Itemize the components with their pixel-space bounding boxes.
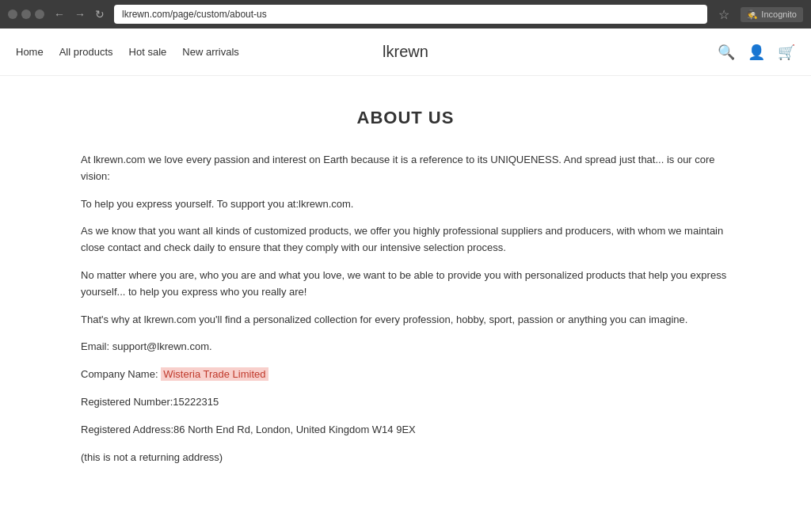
page-title: ABOUT US [81, 108, 730, 128]
dot-3 [35, 10, 44, 19]
search-icon[interactable]: 🔍 [718, 44, 735, 61]
cart-icon[interactable]: 🛒 [778, 44, 795, 61]
paragraph-note: (this is not a returning address) [81, 450, 730, 466]
account-icon[interactable]: 👤 [748, 44, 765, 61]
paragraph-2: To help you express yourself. To support… [81, 196, 730, 213]
paragraph-1: At lkrewn.com we love every passion and … [81, 152, 730, 185]
browser-window-controls [8, 10, 44, 19]
content-section: At lkrewn.com we love every passion and … [81, 152, 730, 466]
paragraph-address: Registered Address:86 North End Rd, Lond… [81, 422, 730, 439]
paragraph-5: That's why at lkrewn.com you'll find a p… [81, 312, 730, 329]
forward-button[interactable]: → [71, 6, 89, 22]
back-button[interactable]: ← [51, 6, 68, 22]
bookmark-icon[interactable]: ☆ [718, 7, 729, 22]
nav-hot-sale[interactable]: Hot sale [129, 46, 167, 58]
nav-icons-right: 🔍 👤 🛒 [718, 44, 795, 61]
paragraph-email: Email: support@lkrewn.com. [81, 339, 730, 355]
incognito-label: Incognito [761, 10, 797, 19]
address-bar[interactable]: lkrewn.com/page/custom/about-us [114, 5, 707, 24]
site-nav: Home All products Hot sale New arrivals … [0, 28, 811, 76]
nav-home[interactable]: Home [16, 46, 44, 58]
paragraph-company: Company Name: Wisteria Trade Limited [81, 367, 730, 383]
main-content: ABOUT US At lkrewn.com we love every pas… [65, 108, 746, 524]
paragraph-3: As we know that you want all kinds of cu… [81, 223, 730, 256]
nav-links-left: Home All products Hot sale New arrivals [16, 46, 239, 58]
nav-new-arrivals[interactable]: New arrivals [182, 46, 239, 58]
company-name-highlight: Wisteria Trade Limited [161, 367, 268, 381]
dot-2 [21, 10, 31, 19]
url-text: lkrewn.com/page/custom/about-us [122, 9, 267, 20]
paragraph-4: No matter where you are, who you are and… [81, 268, 730, 301]
site-logo: lkrewn [383, 43, 428, 61]
nav-all-products[interactable]: All products [59, 46, 113, 58]
browser-chrome: ← → ↻ lkrewn.com/page/custom/about-us ☆ … [0, 0, 811, 28]
paragraph-reg-number: Registered Number:15222315 [81, 394, 730, 411]
incognito-icon: 🕵 [747, 10, 758, 20]
incognito-badge: 🕵 Incognito [741, 7, 803, 22]
reload-button[interactable]: ↻ [92, 6, 108, 22]
dot-1 [8, 10, 17, 19]
company-label: Company Name: [81, 368, 158, 380]
browser-nav-buttons[interactable]: ← → ↻ [51, 6, 108, 22]
